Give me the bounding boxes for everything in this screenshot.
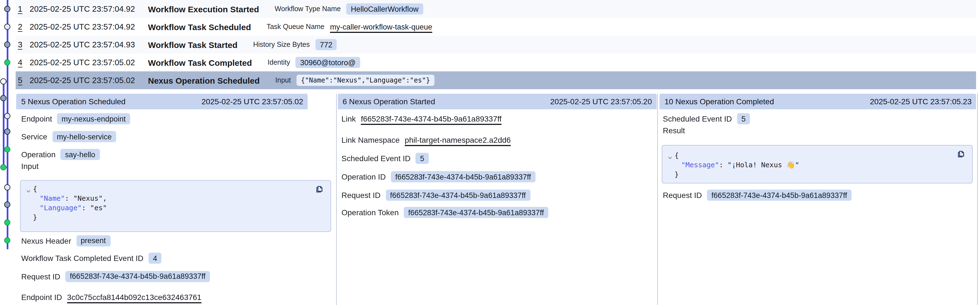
- timeline-dot-nexus-started: [0, 95, 6, 101]
- event-timestamp: 2025-02-25 UTC 23:57:04.93: [30, 40, 148, 49]
- panel-title: 10 Nexus Operation Completed: [665, 97, 774, 106]
- link-namespace-link[interactable]: phil-target-namespace2.a2dd6: [405, 135, 511, 144]
- copy-icon[interactable]: [956, 149, 966, 158]
- panel-timestamp: 2025-02-25 UTC 23:57:05.23: [870, 97, 972, 106]
- event-id-link[interactable]: 2: [18, 22, 30, 31]
- panel-nexus-operation-started: 6 Nexus Operation Started 2025-02-25 UTC…: [336, 93, 658, 305]
- event-row-1[interactable]: 1 2025-02-25 UTC 23:57:04.92 Workflow Ex…: [16, 0, 976, 18]
- timeline-dot-event-1: [4, 6, 10, 12]
- field-request-id: Request ID f665283f-743e-4374-b45b-9a61a…: [663, 189, 851, 201]
- timeline-dot-execution-completed: [4, 237, 10, 243]
- scheduled-event-id-badge: 5: [416, 153, 429, 164]
- event-attr-label: Input: [275, 76, 291, 84]
- endpoint-badge: my-nexus-endpoint: [57, 113, 130, 124]
- event-title: Workflow Execution Started: [148, 4, 259, 14]
- copy-icon[interactable]: [315, 185, 324, 193]
- timeline-dot-event-2: [4, 24, 10, 30]
- field-operation-token: Operation Token f665283f-743e-4374-b45b-…: [342, 206, 548, 218]
- event-id-link[interactable]: 4: [18, 58, 30, 67]
- event-id-link[interactable]: 3: [18, 40, 30, 49]
- event-attr-label: Identity: [267, 58, 290, 66]
- panel-title: 5 Nexus Operation Scheduled: [21, 97, 126, 106]
- event-attr-label: Task Queue Name: [267, 23, 325, 31]
- event-history-table: 1 2025-02-25 UTC 23:57:04.92 Workflow Ex…: [16, 0, 976, 89]
- timeline-nexus-branch-line: [3, 81, 4, 167]
- operation-token-badge: f665283f-743e-4374-b45b-9a61a89337ff: [404, 207, 548, 218]
- event-attr-label: History Size Bytes: [253, 41, 310, 49]
- timeline-dot-nexus-scheduled: [0, 78, 6, 84]
- request-id-badge: f665283f-743e-4374-b45b-9a61a89337ff: [707, 190, 851, 201]
- nexus-header-badge: present: [76, 235, 110, 246]
- field-request-id: Request ID f665283f-743e-4374-b45b-9a61a…: [342, 189, 530, 201]
- timeline-dot-task2-started: [4, 202, 10, 208]
- field-nexus-header: Nexus Header present: [21, 234, 110, 247]
- timeline-main-line: [6, 0, 8, 249]
- event-row-4[interactable]: 4 2025-02-25 UTC 23:57:05.02 Workflow Ta…: [16, 54, 976, 71]
- event-row-3[interactable]: 3 2025-02-25 UTC 23:57:04.93 Workflow Ta…: [16, 36, 976, 54]
- field-operation: Operation say-hello: [21, 148, 100, 161]
- operation-badge: say-hello: [60, 149, 100, 160]
- field-scheduled-event-id: Scheduled Event ID 5: [342, 152, 429, 164]
- panel-nexus-operation-completed: 10 Nexus Operation Completed 2025-02-25 …: [658, 93, 977, 305]
- timeline-dot-task-scheduled: [4, 113, 10, 119]
- input-label: Input: [21, 161, 38, 170]
- event-timestamp: 2025-02-25 UTC 23:57:05.02: [30, 76, 148, 85]
- field-endpoint: Endpoint my-nexus-endpoint: [21, 113, 130, 125]
- event-timeline-rail: [0, 0, 16, 305]
- panel-timestamp: 2025-02-25 UTC 23:57:05.20: [550, 97, 652, 106]
- timeline-dot-event-4: [4, 59, 10, 65]
- field-wf-task-completed-event-id: Workflow Task Completed Event ID 4: [21, 252, 162, 264]
- event-timestamp: 2025-02-25 UTC 23:57:04.92: [30, 22, 148, 31]
- event-row-2[interactable]: 2 2025-02-25 UTC 23:57:04.92 Workflow Ta…: [16, 18, 976, 36]
- panel-timestamp: 2025-02-25 UTC 23:57:05.02: [202, 97, 303, 106]
- event-title: Nexus Operation Scheduled: [148, 76, 260, 85]
- timeline-dot-task2-scheduled: [4, 184, 10, 190]
- panel-header: 10 Nexus Operation Completed 2025-02-25 …: [659, 93, 976, 109]
- panel-header: 5 Nexus Operation Scheduled 2025-02-25 U…: [16, 93, 308, 109]
- workflow-history-view: 1 2025-02-25 UTC 23:57:04.92 Workflow Ex…: [0, 0, 980, 305]
- result-label: Result: [663, 126, 685, 135]
- timeline-dot-task2-completed: [4, 220, 10, 226]
- field-service: Service my-hello-service: [21, 131, 116, 143]
- timeline-dot-event-3: [4, 41, 10, 48]
- panel-title: 6 Nexus Operation Started: [342, 97, 435, 106]
- event-attr-value-badge: HelloCallerWorkflow: [347, 3, 423, 14]
- event-title: Workflow Task Started: [148, 40, 238, 49]
- event-id-badge: 4: [148, 253, 162, 264]
- service-badge: my-hello-service: [52, 131, 116, 142]
- field-operation-id: Operation ID f665283f-743e-4374-b45b-9a6…: [342, 171, 536, 183]
- field-scheduled-event-id: Scheduled Event ID 5: [663, 113, 750, 125]
- event-timestamp: 2025-02-25 UTC 23:57:05.02: [30, 58, 148, 67]
- field-link-namespace: Link Namespace phil-target-namespace2.a2…: [342, 134, 511, 146]
- result-json-viewer: { "Message": "¡Hola! Nexus 👋" }: [662, 145, 973, 183]
- input-json-viewer: { "Name": "Nexus", "Language": "es" }: [20, 180, 331, 232]
- scheduled-event-id-badge: 5: [737, 113, 750, 124]
- request-id-badge: f665283f-743e-4374-b45b-9a61a89337ff: [65, 271, 210, 282]
- event-row-5-selected[interactable]: 5 2025-02-25 UTC 23:57:05.02 Nexus Opera…: [16, 71, 976, 89]
- collapse-chevron-icon[interactable]: [26, 186, 31, 196]
- event-id-link[interactable]: 5: [18, 76, 30, 85]
- request-id-badge: f665283f-743e-4374-b45b-9a61a89337ff: [386, 190, 530, 201]
- event-input-json-badge: {"Name":"Nexus","Language":"es"}: [296, 75, 434, 86]
- event-timestamp: 2025-02-25 UTC 23:57:04.92: [30, 5, 148, 13]
- panel-header: 6 Nexus Operation Started 2025-02-25 UTC…: [337, 93, 656, 109]
- timeline-dot-nexus-completed: [0, 164, 6, 170]
- operation-id-badge: f665283f-743e-4374-b45b-9a61a89337ff: [391, 171, 536, 182]
- task-queue-link[interactable]: my-caller-workflow-task-queue: [330, 22, 432, 31]
- field-request-id: Request ID f665283f-743e-4374-b45b-9a61a…: [21, 270, 210, 283]
- field-endpoint-id: Endpoint ID 3c0c75ccfa8144b092c13ce63246…: [21, 291, 201, 303]
- endpoint-id-link[interactable]: 3c0c75ccfa8144b092c13ce632463761: [67, 293, 201, 302]
- event-title: Workflow Task Completed: [148, 58, 252, 67]
- event-group-detail-panels: 5 Nexus Operation Scheduled 2025-02-25 U…: [16, 93, 977, 305]
- field-link: Link f665283f-743e-4374-b45b-9a61a89337f…: [342, 113, 501, 125]
- event-attr-label: Workflow Type Name: [275, 5, 341, 13]
- event-attr-value-badge: 30960@totoro@: [296, 57, 360, 68]
- collapse-chevron-icon[interactable]: [667, 153, 673, 163]
- timeline-dot-task-started: [4, 128, 10, 135]
- event-id-link[interactable]: 1: [18, 5, 30, 13]
- event-attr-value-badge: 772: [315, 39, 337, 50]
- panel-nexus-operation-scheduled: 5 Nexus Operation Scheduled 2025-02-25 U…: [16, 93, 336, 305]
- link-link[interactable]: f665283f-743e-4374-b45b-9a61a89337ff: [361, 114, 501, 123]
- timeline-dot-task-completed: [4, 146, 10, 153]
- event-title: Workflow Task Scheduled: [148, 22, 251, 32]
